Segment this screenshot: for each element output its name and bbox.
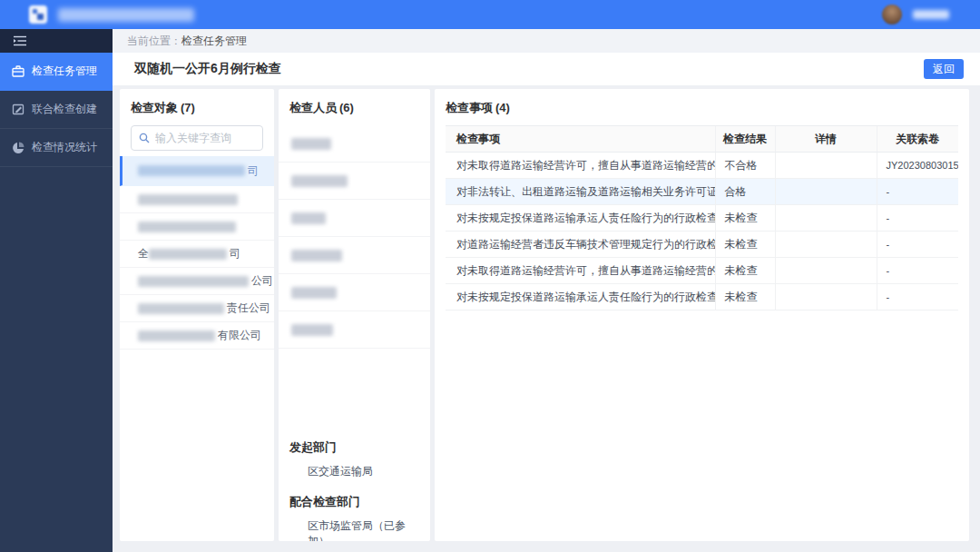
- inspection-items-table: 检查事项 检查结果 详情 关联索卷 对未取得道路运输经营许可，擅自从事道路运输经…: [446, 125, 958, 310]
- archive-cell: -: [877, 284, 958, 310]
- item-name-cell: 对道路运输经营者违反车辆技术管理规定行为的行政检查: [446, 232, 715, 258]
- page-titlebar: 双随机一公开6月例行检查 返回: [113, 53, 980, 85]
- staff-list-item[interactable]: [279, 163, 430, 200]
- company-list-item[interactable]: 司: [120, 156, 274, 186]
- sidebar-item-inspection-stats[interactable]: 检查情况统计: [0, 129, 113, 167]
- archive-cell: -: [877, 179, 958, 205]
- back-button[interactable]: 返回: [924, 59, 964, 79]
- breadcrumb-current[interactable]: 检查任务管理: [181, 34, 247, 49]
- department-info: 发起部门 区交通运输局 配合检查部门 区市场监管局（已参加）: [289, 439, 419, 541]
- briefcase-icon: [12, 65, 24, 77]
- cooperating-dept-value: 区市场监管局（已参加）: [308, 518, 419, 541]
- detail-cell: [775, 179, 877, 205]
- username-redacted[interactable]: [913, 10, 949, 19]
- staff-name-redacted: [291, 324, 333, 336]
- company-name-redacted: [138, 276, 249, 287]
- detail-cell: [775, 153, 877, 179]
- item-name-cell: 对未取得道路运输经营许可，擅自从事道路运输经营的行为的行政检查: [446, 153, 715, 179]
- sidebar-item-inspection-tasks[interactable]: 检查任务管理: [0, 53, 113, 91]
- detail-cell: [775, 205, 877, 232]
- item-name-cell: 对非法转让、出租道路运输及道路运输相关业务许可证件行为的行政检查: [446, 179, 715, 205]
- sidebar-item-joint-inspection[interactable]: 联合检查创建: [0, 91, 113, 129]
- table-row[interactable]: 对非法转让、出租道路运输及道路运输相关业务许可证件行为的行政检查 合格 -: [446, 179, 958, 205]
- column-header-archive: 关联索卷: [877, 126, 958, 153]
- content-panels: 检查对象(7) 司 全: [120, 89, 969, 541]
- user-avatar[interactable]: [882, 5, 902, 25]
- staff-list: [279, 125, 430, 349]
- archive-cell: JY20230803015: [877, 153, 958, 179]
- breadcrumb-prefix: 当前位置：: [127, 34, 181, 49]
- staff-name-redacted: [291, 287, 337, 299]
- sidebar-item-label: 检查任务管理: [32, 64, 97, 79]
- app-logo-icon: [29, 5, 47, 24]
- items-panel-title: 检查事项(4): [446, 100, 958, 116]
- cooperating-dept-label: 配合检查部门: [289, 494, 419, 510]
- item-name-cell: 对未按规定投保道路运输承运人责任险行为的行政检查: [446, 205, 715, 232]
- table-row[interactable]: 对未按规定投保道路运输承运人责任险行为的行政检查 未检查 -: [446, 205, 958, 232]
- company-name-redacted: [138, 330, 215, 341]
- detail-cell: [775, 284, 877, 310]
- items-panel: 检查事项(4) 检查事项 检查结果 详情 关联索卷 对未取得道路运输经营许可，擅…: [435, 89, 969, 541]
- menu-fold-icon[interactable]: [14, 35, 26, 46]
- initiator-dept-value: 区交通运输局: [308, 464, 419, 479]
- company-list: 司 全 司 公司: [120, 156, 274, 350]
- company-name-redacted: [149, 249, 227, 260]
- detail-cell: [775, 232, 877, 258]
- staff-list-item[interactable]: [279, 237, 430, 274]
- staff-list-item[interactable]: [279, 200, 430, 237]
- company-name-redacted: [138, 165, 245, 176]
- column-header-result: 检查结果: [715, 126, 775, 153]
- keyword-search-box[interactable]: [131, 125, 263, 151]
- archive-cell: -: [877, 258, 958, 284]
- company-list-item[interactable]: 全 司: [120, 241, 274, 268]
- sidebar-collapse[interactable]: [0, 29, 113, 53]
- company-list-item[interactable]: [120, 186, 274, 213]
- result-cell: 未检查: [715, 205, 775, 232]
- result-cell: 合格: [715, 179, 775, 205]
- result-cell: 未检查: [715, 284, 775, 310]
- company-list-item[interactable]: 公司: [120, 268, 274, 295]
- company-name-redacted: [138, 222, 236, 232]
- item-name-cell: 对未取得道路运输经营许可，擅自从事道路运输经营的行为的行政检查: [446, 258, 715, 284]
- pie-chart-icon: [12, 142, 24, 154]
- table-row[interactable]: 对未按规定投保道路运输承运人责任险行为的行政检查 未检查 -: [446, 284, 958, 310]
- table-row[interactable]: 对未取得道路运输经营许可，擅自从事道路运输经营的行为的行政检查 不合格 JY20…: [446, 153, 958, 179]
- company-name-redacted: [138, 303, 224, 314]
- table-row[interactable]: 对道路运输经营者违反车辆技术管理规定行为的行政检查 未检查 -: [446, 232, 958, 258]
- table-header-row: 检查事项 检查结果 详情 关联索卷: [446, 126, 958, 153]
- initiator-dept-label: 发起部门: [289, 439, 419, 456]
- staff-list-item[interactable]: [279, 125, 430, 163]
- staff-name-redacted: [291, 250, 342, 261]
- staff-name-redacted: [291, 138, 331, 150]
- company-list-item[interactable]: 责任公司: [120, 295, 274, 322]
- archive-cell: -: [877, 205, 958, 232]
- search-icon: [139, 133, 150, 143]
- item-name-cell: 对未按规定投保道路运输承运人责任险行为的行政检查: [446, 284, 715, 310]
- staff-panel: 检查人员(6) 发起部门 区交通运输局 配合检查部门 区市场监管局（已参加）: [279, 89, 430, 541]
- company-list-item[interactable]: [120, 213, 274, 241]
- header-user-area: [882, 5, 949, 25]
- table-row[interactable]: 对未取得道路运输经营许可，擅自从事道路运输经营的行为的行政检查 未检查 -: [446, 258, 958, 284]
- sidebar-item-label: 联合检查创建: [32, 102, 97, 117]
- column-header-item: 检查事项: [446, 126, 715, 153]
- sidebar: 检查任务管理 联合检查创建 检查情况统计: [0, 29, 113, 552]
- breadcrumb: 当前位置： 检查任务管理: [113, 29, 980, 53]
- page-title: 双随机一公开6月例行检查: [134, 61, 281, 77]
- archive-cell: -: [877, 232, 958, 258]
- company-list-item[interactable]: 有限公司: [120, 322, 274, 350]
- staff-panel-title: 检查人员(6): [289, 100, 419, 116]
- sidebar-item-label: 检查情况统计: [32, 140, 97, 155]
- targets-panel: 检查对象(7) 司 全: [120, 89, 274, 541]
- staff-name-redacted: [291, 175, 348, 187]
- clipboard-edit-icon: [12, 104, 24, 115]
- result-cell: 不合格: [715, 153, 775, 179]
- result-cell: 未检查: [715, 258, 775, 284]
- result-cell: 未检查: [715, 232, 775, 258]
- column-header-detail: 详情: [775, 126, 877, 153]
- staff-list-item[interactable]: [279, 311, 430, 349]
- company-name-redacted: [138, 194, 238, 205]
- app-title-redacted: [58, 8, 194, 22]
- search-input[interactable]: [155, 132, 255, 144]
- staff-list-item[interactable]: [279, 274, 430, 311]
- targets-panel-title: 检查对象(7): [131, 100, 263, 116]
